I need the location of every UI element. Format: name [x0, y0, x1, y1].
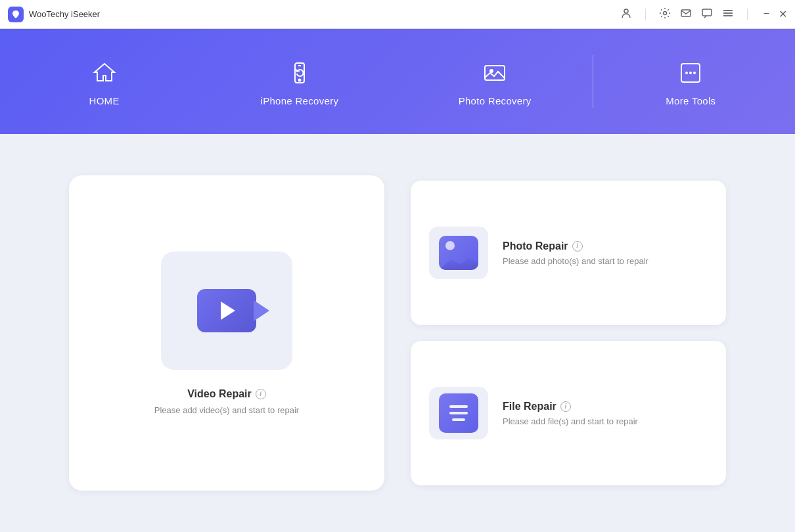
close-icon[interactable]: ✕ [779, 8, 787, 20]
video-repair-card[interactable]: Video Repair i Please add video(s) and s… [69, 175, 384, 491]
file-icon [439, 393, 478, 433]
iphone-recovery-label: iPhone Recovery [261, 95, 339, 106]
photo-recovery-icon [479, 57, 511, 89]
chat-icon[interactable] [701, 7, 713, 22]
svg-point-1 [663, 11, 666, 14]
file-line-3 [452, 418, 465, 421]
profile-icon[interactable] [620, 7, 632, 22]
window-controls: − ✕ [763, 8, 787, 20]
separator [645, 9, 646, 20]
video-repair-info-icon[interactable]: i [256, 389, 266, 399]
settings-icon[interactable] [659, 7, 671, 22]
title-bar-icons: − ✕ [620, 7, 787, 22]
more-tools-label: More Tools [666, 95, 716, 106]
svg-point-15 [693, 72, 696, 74]
camera-tail [254, 300, 269, 321]
nav-more-tools[interactable]: More Tools [593, 29, 788, 134]
file-line-1 [449, 405, 468, 408]
app-title: WooTechy iSeeker [29, 9, 620, 19]
svg-point-0 [624, 9, 628, 13]
video-icon-background [161, 252, 292, 370]
file-line-2 [449, 412, 468, 414]
video-repair-description: Please add video(s) and start to repair [154, 405, 299, 415]
file-repair-title: File Repair i [503, 401, 708, 412]
separator2 [747, 9, 748, 20]
main-nav: HOME iPhone Recovery Photo Recover [0, 29, 795, 134]
svg-rect-3 [702, 9, 712, 16]
file-repair-card[interactable]: File Repair i Please add file(s) and sta… [411, 341, 726, 485]
svg-rect-10 [485, 66, 505, 80]
main-content: Video Repair i Please add video(s) and s… [0, 134, 795, 532]
photo-recovery-label: Photo Recovery [459, 95, 532, 106]
file-repair-text: File Repair i Please add file(s) and sta… [503, 401, 708, 426]
photo-repair-info-icon[interactable]: i [572, 241, 583, 252]
photo-repair-card[interactable]: Photo Repair i Please add photo(s) and s… [411, 181, 726, 325]
title-bar: WooTechy iSeeker [0, 0, 795, 29]
nav-photo-recovery[interactable]: Photo Recovery [398, 29, 593, 134]
app-logo [8, 7, 24, 22]
photo-repair-text: Photo Repair i Please add photo(s) and s… [503, 240, 708, 266]
nav-home[interactable]: HOME [7, 29, 202, 134]
svg-point-9 [298, 79, 300, 81]
mail-icon[interactable] [680, 7, 692, 22]
photo-repair-title: Photo Repair i [503, 240, 708, 252]
svg-point-14 [689, 72, 692, 74]
home-label: HOME [89, 95, 120, 106]
home-icon [89, 57, 120, 89]
menu-icon[interactable] [722, 7, 734, 22]
file-icon-background [429, 387, 488, 439]
video-repair-title: Video Repair i [187, 388, 266, 400]
more-tools-icon [675, 57, 706, 89]
svg-rect-2 [681, 10, 691, 16]
right-cards: Photo Repair i Please add photo(s) and s… [411, 175, 726, 491]
minimize-icon[interactable]: − [763, 8, 769, 20]
file-repair-description: Please add file(s) and start to repair [503, 416, 708, 426]
photo-icon [439, 236, 478, 270]
iphone-recovery-icon [284, 57, 315, 89]
photo-repair-description: Please add photo(s) and start to repair [503, 256, 708, 266]
play-triangle [221, 301, 235, 320]
photo-icon-background [429, 227, 488, 279]
svg-point-13 [685, 72, 688, 74]
file-repair-info-icon[interactable]: i [560, 401, 571, 412]
nav-iphone-recovery[interactable]: iPhone Recovery [202, 29, 397, 134]
